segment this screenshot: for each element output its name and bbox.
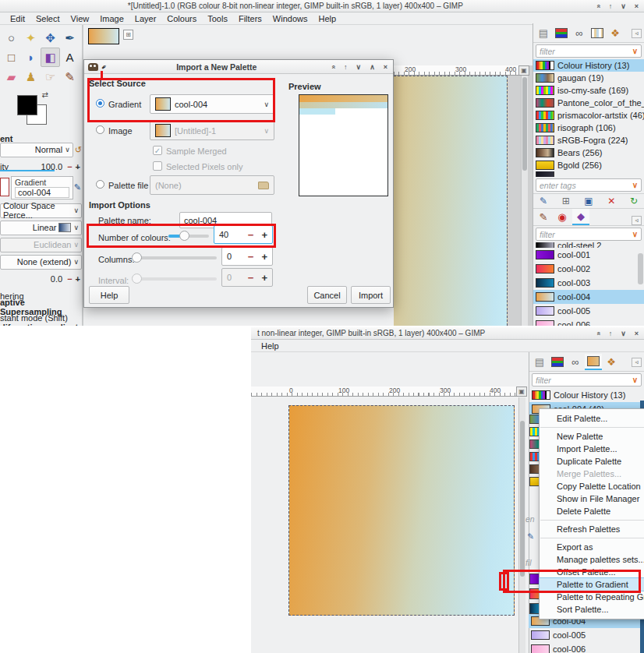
- shade-icon[interactable]: ↑: [344, 63, 348, 71]
- image-canvas[interactable]: [394, 76, 508, 326]
- active-gradient-chip[interactable]: [88, 28, 119, 44]
- gradient-list-item[interactable]: cool-002: [533, 262, 644, 276]
- gradient-list-item[interactable]: cool-004: [533, 290, 644, 304]
- menu-item[interactable]: Colours: [161, 13, 202, 24]
- cancel-button[interactable]: Cancel: [307, 286, 347, 304]
- close-icon[interactable]: ×: [635, 330, 639, 337]
- keep-above-icon[interactable]: «: [330, 65, 338, 69]
- tool-button[interactable]: ◗: [21, 48, 41, 67]
- image-canvas[interactable]: [288, 405, 515, 616]
- palette-file-radio[interactable]: [96, 180, 104, 189]
- offset-plus[interactable]: +: [74, 274, 82, 284]
- palette-action-icon[interactable]: ✎: [540, 196, 547, 206]
- opacity-slider[interactable]: [0, 170, 55, 171]
- interval-slider[interactable]: [133, 277, 217, 281]
- context-menu-item[interactable]: Copy Palette Location: [540, 480, 644, 492]
- columns-slider[interactable]: [133, 256, 217, 259]
- context-menu-item[interactable]: Export as: [540, 541, 644, 553]
- palette-list-item[interactable]: Bears (256): [533, 146, 644, 159]
- minimize-icon[interactable]: ∨: [621, 2, 626, 10]
- num-colours-slider[interactable]: [168, 235, 209, 238]
- close-icon[interactable]: ×: [635, 2, 639, 10]
- dock-tab[interactable]: [549, 354, 566, 370]
- image-radio[interactable]: [96, 125, 104, 134]
- canvas-area[interactable]: 200 300 400 ▣: [394, 65, 533, 326]
- shade-icon[interactable]: ↑: [609, 330, 613, 337]
- gradient-list-item[interactable]: cool-001: [533, 248, 644, 262]
- metric-dropdown[interactable]: Euclidean∨: [0, 238, 82, 252]
- reset-mode-icon[interactable]: ↺: [75, 145, 82, 155]
- gradient-radio-label[interactable]: Gradient: [108, 100, 141, 109]
- fg-bg-colors[interactable]: ⇄: [17, 90, 50, 123]
- gradient-reverse-icon[interactable]: [0, 178, 9, 196]
- canvas-vscrollbar[interactable]: [518, 397, 525, 653]
- restore-icon[interactable]: ∧: [370, 63, 375, 71]
- gradient-picker[interactable]: Gradient cool-004: [11, 176, 73, 199]
- context-menu-item[interactable]: Duplicate Palette: [540, 455, 644, 468]
- decrease-icon[interactable]: −: [248, 251, 254, 263]
- window1-titlebar[interactable]: *[Untitled]-1.0 (RGB colour 8-bit non-li…: [0, 0, 644, 12]
- context-menu-item[interactable]: New Palette: [540, 430, 644, 443]
- gradient-radio[interactable]: [96, 99, 104, 108]
- canvas-vscrollbar[interactable]: [521, 76, 528, 326]
- context-menu-item[interactable]: Palette to Repeating Gradie: [540, 591, 644, 603]
- tool-button[interactable]: ○: [2, 28, 21, 48]
- menu-item[interactable]: Windows: [267, 13, 313, 24]
- menu-item[interactable]: Edit: [5, 13, 30, 24]
- tool-button[interactable]: ♟: [21, 67, 41, 86]
- window2-titlebar[interactable]: t non-linear integer, GIMP built-in sRGB…: [251, 327, 644, 340]
- context-menu-item[interactable]: Edit Palette...: [540, 412, 644, 425]
- context-menu-item[interactable]: Sort Palette...: [540, 603, 644, 616]
- dock-tab[interactable]: ∞: [567, 354, 584, 370]
- palette-list-item[interactable]: iso-cmy-safe (169): [533, 84, 644, 97]
- gradient-filter-clipped[interactable]: fil: [525, 558, 532, 567]
- dock-tab[interactable]: ▤: [535, 25, 552, 41]
- palette-list-item[interactable]: Pantone_color_of_the_year (: [533, 97, 644, 109]
- menu-item[interactable]: Select: [30, 13, 65, 24]
- dialog-titlebar[interactable]: ✒ Import a New Palette « ↑ ∨ ∧ ×: [84, 60, 393, 74]
- menu-item[interactable]: Filters: [233, 13, 267, 24]
- import-button[interactable]: Import: [351, 286, 391, 304]
- menu-item[interactable]: Tools: [202, 13, 233, 24]
- menu-item[interactable]: Help: [313, 13, 341, 24]
- image-radio-label[interactable]: Image: [108, 126, 133, 136]
- tool-button[interactable]: □: [2, 48, 21, 67]
- num-colours-spinbox[interactable]: 40 − +: [214, 225, 273, 244]
- decrease-icon[interactable]: −: [248, 229, 254, 241]
- tool-button[interactable]: ✒: [60, 28, 80, 48]
- menu-item[interactable]: Help: [256, 341, 285, 351]
- palette-action-icon[interactable]: ↻: [630, 196, 638, 206]
- keep-above-icon[interactable]: «: [594, 331, 602, 335]
- edit-palette-icon[interactable]: ✎: [527, 531, 534, 541]
- dock-tab[interactable]: ▤: [531, 354, 548, 370]
- increase-icon[interactable]: +: [261, 272, 267, 284]
- menu-item[interactable]: Layer: [129, 13, 162, 24]
- shape-dropdown[interactable]: Linear∨: [0, 221, 82, 235]
- context-menu-item[interactable]: Manage palettes sets...: [540, 553, 644, 566]
- dock-menu-button[interactable]: ◃: [632, 29, 642, 38]
- dock-tab[interactable]: ∞: [571, 25, 588, 41]
- palette-list-item[interactable]: Colour History (13): [529, 388, 644, 402]
- palette-list-item[interactable]: Colour History (13): [533, 59, 644, 72]
- menu-item[interactable]: Image: [94, 13, 129, 24]
- context-menu-item[interactable]: Import Palette...: [540, 443, 644, 455]
- columns-spinbox[interactable]: 0 − +: [221, 247, 273, 266]
- gradient-dialog-icon[interactable]: ⊞: [123, 30, 133, 40]
- minimize-icon[interactable]: ∨: [621, 330, 626, 337]
- gradient-list-item[interactable]: cool-006: [533, 318, 644, 326]
- help-button[interactable]: Help: [89, 286, 129, 304]
- palette-filter[interactable]: filter ∨: [532, 373, 642, 387]
- offset-minus[interactable]: −: [65, 274, 73, 284]
- tool-button[interactable]: ▰: [2, 67, 21, 86]
- context-menu-item[interactable]: Offset Palette...: [540, 566, 644, 578]
- gradient-list-scrollbar[interactable]: [638, 253, 643, 284]
- increase-icon[interactable]: +: [261, 251, 267, 263]
- tool-button[interactable]: ☞: [41, 67, 60, 86]
- decrease-icon[interactable]: −: [248, 272, 254, 284]
- gradient-filter[interactable]: filter ∨: [536, 228, 642, 241]
- tags-input[interactable]: enter tags ∨: [536, 178, 642, 192]
- tool-button[interactable]: ✎: [60, 67, 80, 86]
- opacity-minus[interactable]: −: [65, 162, 73, 171]
- context-menu-item[interactable]: Palette to Gradient: [540, 578, 644, 591]
- tags-input-clipped[interactable]: en: [525, 514, 535, 524]
